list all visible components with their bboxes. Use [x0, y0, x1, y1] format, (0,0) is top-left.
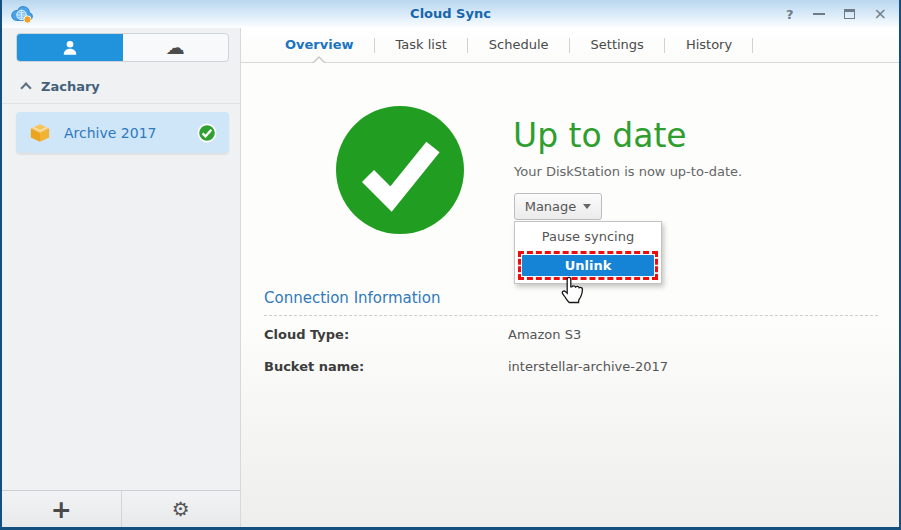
sidebar-footer: + ⚙ — [2, 490, 240, 527]
sidebar: ☁ Zachary Archive 2017 — [2, 28, 241, 527]
tab-users-view[interactable] — [17, 34, 123, 61]
status-heading: Up to date — [513, 116, 687, 155]
menu-item-pause-syncing[interactable]: Pause syncing — [515, 222, 661, 251]
s3-bucket-icon — [29, 122, 51, 144]
connection-info-title: Connection Information — [264, 289, 440, 307]
manage-dropdown-menu: Pause syncing Unlink — [514, 221, 662, 284]
gear-icon: ⚙ — [172, 499, 190, 519]
dashed-separator — [264, 315, 878, 316]
tab-bar: Overview Task list Schedule Settings His… — [241, 28, 899, 63]
cloud-sync-window: Cloud Sync ? × ☁ — [0, 0, 901, 530]
window-title: Cloud Sync — [2, 6, 899, 21]
close-icon[interactable]: × — [874, 6, 887, 22]
unlink-highlight-annotation: Unlink — [518, 251, 658, 280]
cloud-icon: ☁ — [166, 38, 185, 57]
hand-cursor-icon — [559, 274, 585, 304]
minimize-icon[interactable] — [813, 13, 825, 15]
account-name: Zachary — [41, 79, 100, 94]
task-name: Archive 2017 — [64, 125, 197, 141]
account-group-header[interactable]: Zachary — [22, 79, 240, 94]
sidebar-divider — [2, 103, 240, 104]
status-subtitle: Your DiskStation is now up-to-date. — [514, 164, 742, 179]
active-tab-notch — [312, 56, 326, 63]
tab-history[interactable]: History — [665, 28, 753, 62]
chevron-up-icon — [20, 82, 31, 93]
tab-task-list-label: Task list — [396, 37, 447, 52]
tab-task-list[interactable]: Task list — [375, 28, 468, 62]
menu-item-unlink[interactable]: Unlink — [522, 255, 654, 276]
tab-overview[interactable]: Overview — [264, 28, 375, 62]
tab-overview-label: Overview — [285, 37, 354, 52]
window-controls: ? × — [786, 0, 887, 28]
task-item-archive-2017[interactable]: Archive 2017 — [16, 112, 229, 153]
manage-button[interactable]: Manage — [514, 193, 602, 220]
maximize-icon[interactable] — [844, 9, 855, 19]
bucket-name-label: Bucket name: — [264, 359, 364, 374]
main-panel: Overview Task list Schedule Settings His… — [241, 28, 899, 527]
tab-schedule[interactable]: Schedule — [468, 28, 570, 62]
manage-button-label: Manage — [525, 199, 577, 214]
settings-button[interactable]: ⚙ — [122, 491, 241, 527]
tab-settings-label: Settings — [591, 37, 644, 52]
tab-schedule-label: Schedule — [489, 37, 549, 52]
tab-settings[interactable]: Settings — [570, 28, 665, 62]
sync-success-icon — [334, 104, 466, 236]
overview-content: Up to date Your DiskStation is now up-to… — [241, 63, 899, 527]
help-icon[interactable]: ? — [786, 7, 794, 22]
person-icon — [60, 38, 80, 58]
view-toggle: ☁ — [16, 33, 229, 62]
add-task-button[interactable]: + — [2, 491, 122, 527]
caret-down-icon — [583, 204, 591, 209]
bucket-name-value: interstellar-archive-2017 — [508, 359, 668, 374]
titlebar: Cloud Sync ? × — [2, 0, 899, 28]
tab-clouds-view[interactable]: ☁ — [123, 34, 229, 61]
plus-icon: + — [51, 497, 72, 522]
synced-status-icon — [197, 123, 217, 143]
cloud-type-label: Cloud Type: — [264, 327, 349, 342]
tab-history-label: History — [686, 37, 732, 52]
cloud-type-value: Amazon S3 — [508, 327, 581, 342]
